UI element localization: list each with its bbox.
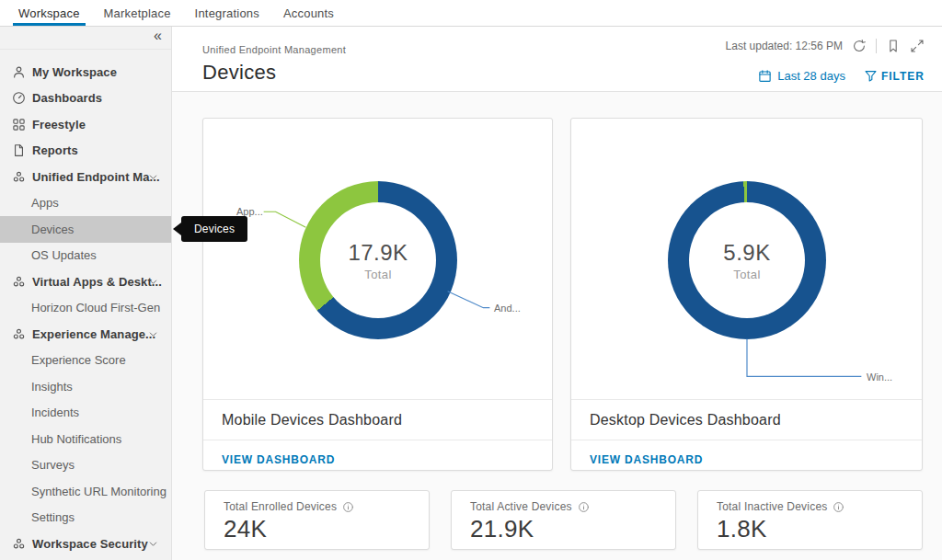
stat-card-total-enrolled-devices: Total Enrolled Devices24K: [204, 490, 430, 550]
card-title-row: Mobile Devices Dashboard: [203, 399, 552, 440]
breadcrumb: Unified Endpoint Management: [202, 44, 346, 55]
sidebar-item-label: Surveys: [31, 458, 75, 472]
nav-item-marketplace[interactable]: Marketplace: [104, 0, 171, 26]
date-range-selector[interactable]: Last 28 days: [777, 69, 845, 83]
info-icon[interactable]: [833, 501, 844, 513]
desktop-devices-card: 5.9K Total Win... Desktop Devices Dashbo…: [570, 118, 923, 471]
sidebar-item-virtual-apps-deskt[interactable]: Virtual Apps & Deskt...: [0, 269, 171, 295]
view-dashboard-link[interactable]: VIEW DASHBOARD: [222, 453, 335, 466]
filter-label: FILTER: [881, 70, 925, 83]
filter-button[interactable]: FILTER: [864, 69, 925, 83]
sidebar-item-freestyle[interactable]: Freestyle: [0, 111, 171, 138]
devices-tooltip: Devices: [173, 216, 247, 242]
stat-label: Total Active Devices: [470, 500, 572, 513]
segment-label-windows: Win...: [867, 371, 892, 383]
tooltip-label: Devices: [181, 216, 247, 242]
refresh-icon[interactable]: [852, 39, 867, 53]
stat-label-row: Total Inactive Devices: [717, 500, 903, 513]
desktop-devices-chart: 5.9K Total Win...: [571, 119, 922, 399]
sidebar-item-experience-manage[interactable]: Experience Manage...: [0, 321, 171, 348]
stat-label: Total Inactive Devices: [717, 500, 827, 513]
stat-value: 1.8K: [717, 515, 903, 543]
sidebar-item-label: Incidents: [31, 406, 79, 419]
document-icon: [12, 143, 26, 157]
sidebar-item-insights[interactable]: Insights: [0, 373, 171, 400]
sidebar-collapse-row: «: [0, 27, 171, 50]
stat-value: 21.9K: [470, 515, 657, 543]
chevron-down-icon[interactable]: [147, 327, 161, 341]
view-dashboard-link[interactable]: VIEW DASHBOARD: [590, 453, 703, 466]
sidebar-item-surveys[interactable]: Surveys: [0, 452, 171, 479]
chevron-down-icon[interactable]: [147, 537, 161, 551]
card-action-row: VIEW DASHBOARD: [571, 440, 922, 472]
sidebar-item-hub-notifications[interactable]: Hub Notifications: [0, 426, 171, 452]
header-divider: [876, 39, 877, 53]
mobile-devices-card: 17.9K Total App... And... Mobile Devices…: [202, 118, 553, 471]
header-meta-row: Last updated: 12:56 PM: [726, 39, 925, 53]
page-header: Unified Endpoint Management Devices Last…: [172, 27, 942, 92]
sidebar-item-label: Experience Score: [31, 353, 126, 367]
sidebar-item-experience-score[interactable]: Experience Score: [0, 348, 171, 374]
sidebar-nav: My WorkspaceDashboardsFreestyleReportsUn…: [0, 50, 171, 557]
sidebar-item-label: Devices: [31, 223, 74, 236]
segment-label-android: And...: [494, 303, 521, 314]
sidebar-item-dashboards[interactable]: Dashboards: [0, 86, 171, 112]
chevron-down-icon[interactable]: [147, 170, 161, 184]
grid-icon: [12, 118, 26, 131]
sidebar-item-label: OS Updates: [31, 248, 97, 262]
sidebar-item-label: Horizon Cloud First-Gen: [31, 301, 160, 314]
nav-item-integrations[interactable]: Integrations: [195, 0, 259, 26]
sidebar-item-incidents[interactable]: Incidents: [0, 400, 171, 427]
info-icon[interactable]: [578, 501, 590, 513]
page-title: Devices: [202, 61, 276, 85]
sidebar-item-label: Virtual Apps & Deskt...: [32, 275, 162, 289]
mobile-devices-chart: 17.9K Total App... And...: [203, 119, 552, 399]
sidebar-item-label: Reports: [32, 143, 78, 157]
sidebar-item-synthetic-url-monitoring[interactable]: Synthetic URL Monitoring: [0, 478, 171, 505]
sidebar-item-label: Experience Manage...: [32, 327, 155, 341]
tooltip-arrow-icon: [173, 223, 181, 235]
stat-label: Total Enrolled Devices: [224, 500, 337, 513]
sidebar-collapse-icon[interactable]: «: [154, 28, 162, 44]
cluster-icon: [12, 537, 26, 551]
sidebar-item-unified-endpoint-ma[interactable]: Unified Endpoint Ma...: [0, 164, 171, 190]
nav-item-accounts[interactable]: Accounts: [283, 0, 334, 26]
card-title: Mobile Devices Dashboard: [222, 412, 402, 428]
info-icon[interactable]: [342, 501, 354, 513]
bookmark-icon[interactable]: [886, 39, 901, 53]
main-area: Unified Endpoint Management Devices Last…: [172, 27, 942, 560]
last-updated-text: Last updated: 12:56 PM: [726, 40, 843, 52]
sidebar-item-workspace-security[interactable]: Workspace Security: [0, 531, 171, 557]
expand-icon[interactable]: [910, 39, 925, 53]
card-title-row: Desktop Devices Dashboard: [571, 399, 922, 440]
stat-value: 24K: [224, 515, 410, 543]
sidebar-item-horizon-cloud-first-gen[interactable]: Horizon Cloud First-Gen: [0, 295, 171, 322]
card-action-row: VIEW DASHBOARD: [203, 440, 552, 472]
sidebar-item-label: Dashboards: [32, 91, 102, 105]
content-area: 17.9K Total App... And... Mobile Devices…: [172, 92, 942, 560]
gauge-icon: [12, 91, 26, 105]
sidebar-item-label: Synthetic URL Monitoring: [31, 485, 167, 498]
sidebar-item-label: Insights: [31, 380, 73, 394]
sidebar-item-label: Settings: [31, 510, 75, 524]
sidebar-item-settings[interactable]: Settings: [0, 505, 171, 531]
cluster-icon: [12, 170, 26, 184]
sidebar-item-label: Workspace Security: [32, 537, 148, 551]
app-window: WorkspaceMarketplaceIntegrationsAccounts…: [0, 0, 942, 560]
sidebar-item-apps[interactable]: Apps: [0, 190, 171, 217]
stat-label-row: Total Enrolled Devices: [224, 500, 410, 513]
sidebar-item-os-updates[interactable]: OS Updates: [0, 243, 171, 269]
chevron-down-icon[interactable]: [147, 275, 161, 289]
sidebar: « My WorkspaceDashboardsFreestyleReports…: [0, 27, 172, 560]
sidebar-item-my-workspace[interactable]: My Workspace: [0, 59, 171, 86]
top-nav: WorkspaceMarketplaceIntegrationsAccounts: [0, 0, 942, 27]
sidebar-item-reports[interactable]: Reports: [0, 138, 171, 165]
donut-leader-lines: [203, 119, 552, 399]
sidebar-item-devices[interactable]: Devices: [0, 216, 171, 243]
calendar-icon[interactable]: [758, 69, 772, 83]
nav-item-workspace[interactable]: Workspace: [18, 0, 80, 26]
sidebar-item-label: Unified Endpoint Ma...: [32, 170, 160, 184]
donut-leader-lines: [571, 119, 922, 399]
filter-funnel-icon: [864, 69, 878, 83]
stat-card-total-inactive-devices: Total Inactive Devices1.8K: [697, 490, 923, 550]
